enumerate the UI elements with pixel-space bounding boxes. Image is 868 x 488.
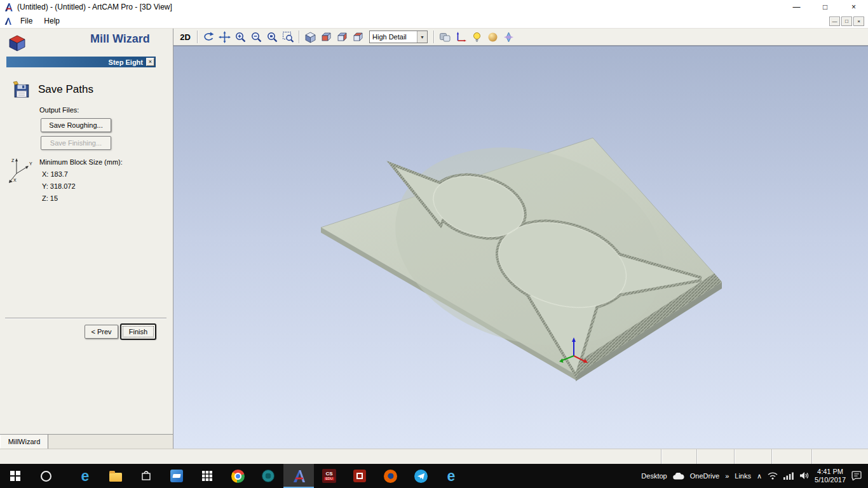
clock-time: 4:41 PM [815, 468, 846, 476]
svg-text:Y: Y [29, 161, 32, 166]
zoom-in-icon[interactable] [233, 30, 248, 44]
menu-file[interactable]: File [15, 15, 38, 27]
mdi-restore-button[interactable]: □ [841, 17, 852, 26]
save-paths-icon [13, 81, 31, 98]
start-button[interactable] [0, 464, 31, 488]
rotate-view-icon[interactable] [201, 30, 216, 44]
clock-date: 5/10/2017 [815, 476, 846, 484]
taskbar-chrome-button[interactable] [222, 464, 253, 488]
window-maximize-button[interactable]: □ [811, 0, 839, 14]
wizard-title: Mill Wizard [90, 32, 150, 46]
block-size-label: Minimum Block Size (mm): [39, 158, 123, 166]
desktop-toolbar-label[interactable]: Desktop [641, 472, 667, 480]
ie-icon: e [447, 469, 456, 484]
cs-edu-icon: CS EDU [322, 469, 336, 483]
main-area: Mill Wizard Step Eight × Save Paths Outp… [0, 29, 868, 449]
viewport-3d[interactable] [173, 46, 868, 449]
document-icon [4, 17, 12, 25]
volume-icon[interactable] [799, 471, 809, 481]
firefox-icon [384, 470, 397, 483]
taskbar: e [0, 464, 868, 488]
taskbar-gap [61, 464, 70, 488]
wizard-close-button[interactable]: × [146, 58, 154, 66]
view-plane-side-icon[interactable] [335, 30, 349, 44]
title-bar: (Untitled) - (Untitled) - ArtCAM Pro - [… [0, 0, 868, 14]
edge-icon: e [81, 469, 90, 484]
mdi-close-button[interactable]: × [853, 17, 864, 26]
system-tray: Desktop OneDrive » Links ∧ [641, 464, 868, 488]
artcam-icon [292, 469, 306, 484]
zoom-object-icon[interactable] [265, 30, 280, 44]
taskbar-cs-edu-button[interactable]: CS EDU [314, 464, 344, 488]
detail-dropdown[interactable]: High Detail ▼ [369, 30, 428, 43]
wifi-icon[interactable] [768, 471, 778, 481]
cortana-button[interactable] [31, 464, 61, 488]
block-size-y: Y: 318.072 [42, 182, 76, 190]
zoom-out-icon[interactable] [249, 30, 264, 44]
chrome-icon [231, 470, 245, 483]
hidden-icons-chevron[interactable]: ∧ [757, 472, 762, 480]
toolbar-separator [299, 30, 300, 43]
grayscale-view-icon[interactable] [438, 30, 452, 44]
zoom-fit-icon[interactable] [281, 30, 295, 44]
menu-bar: File Help — □ × [0, 14, 868, 29]
taskbar-ie-button[interactable]: e [436, 464, 466, 488]
output-files-label: Output Files: [39, 106, 79, 114]
window-title: (Untitled) - (Untitled) - ArtCAM Pro - [… [17, 3, 172, 11]
tab-millwizard[interactable]: MillWizard [0, 435, 48, 449]
status-pane [734, 449, 771, 464]
app-icon-blue [170, 470, 183, 482]
mill-wizard-icon [8, 34, 27, 53]
apps-grid-icon [201, 470, 213, 482]
view-column: 2D [173, 29, 868, 449]
action-center-icon[interactable] [851, 471, 862, 482]
taskbar-store-button[interactable] [131, 464, 161, 488]
signal-bars-icon[interactable] [783, 471, 794, 481]
toolbar-overflow-chevron[interactable]: » [725, 472, 729, 480]
onedrive-label[interactable]: OneDrive [690, 472, 719, 480]
app-icon-teal [262, 470, 275, 482]
taskbar-artcam-button[interactable] [283, 464, 314, 488]
taskbar-clock[interactable]: 4:41 PM 5/10/2017 [815, 468, 846, 484]
prev-button[interactable]: < Prev [85, 325, 118, 339]
svg-text:X: X [13, 178, 17, 182]
toggle-2d-button[interactable]: 2D [177, 30, 194, 44]
lighting-icon[interactable] [470, 30, 484, 44]
taskbar-app-red-button[interactable] [344, 464, 375, 488]
save-finishing-button[interactable]: Save Finishing... [41, 136, 111, 150]
mill-wizard-panel: Mill Wizard Step Eight × Save Paths Outp… [0, 29, 173, 449]
taskbar-edge-button[interactable]: e [70, 464, 100, 488]
dropdown-arrow-icon[interactable]: ▼ [417, 31, 427, 43]
menu-help[interactable]: Help [38, 15, 65, 27]
taskbar-app-teal-button[interactable] [253, 464, 283, 488]
status-bar [0, 449, 868, 464]
status-pane [811, 449, 867, 464]
view-plane-top-icon[interactable] [351, 30, 365, 44]
panel-tab-strip: MillWizard [0, 434, 173, 449]
links-toolbar-label[interactable]: Links [735, 472, 751, 480]
view-toolbar: 2D [173, 29, 868, 46]
artcam-logo-icon [4, 3, 13, 12]
axes-icon: Z Y X [8, 156, 33, 184]
taskbar-file-explorer-button[interactable] [100, 464, 131, 488]
window-close-button[interactable]: × [839, 0, 868, 14]
isometric-view-icon[interactable] [303, 30, 318, 44]
window-minimize-button[interactable]: — [782, 0, 811, 14]
taskbar-app-blue-button[interactable] [161, 464, 192, 488]
taskbar-apps-grid-button[interactable] [192, 464, 222, 488]
finish-button[interactable]: Finish [121, 324, 156, 339]
svg-text:Z: Z [11, 158, 15, 163]
mdi-minimize-button[interactable]: — [829, 17, 840, 26]
panel-divider [5, 318, 166, 319]
view-plane-front-icon[interactable] [319, 30, 334, 44]
pan-view-icon[interactable] [217, 30, 232, 44]
status-panes [661, 449, 867, 464]
onedrive-icon [673, 473, 684, 480]
taskbar-firefox-button[interactable] [375, 464, 405, 488]
taskbar-telegram-button[interactable] [405, 464, 436, 488]
wizard-step-bar: Step Eight × [6, 57, 156, 67]
material-icon[interactable] [485, 30, 500, 44]
texture-icon[interactable] [501, 30, 516, 44]
save-roughing-button[interactable]: Save Roughing... [41, 118, 111, 132]
toggle-origin-icon[interactable] [454, 30, 468, 44]
